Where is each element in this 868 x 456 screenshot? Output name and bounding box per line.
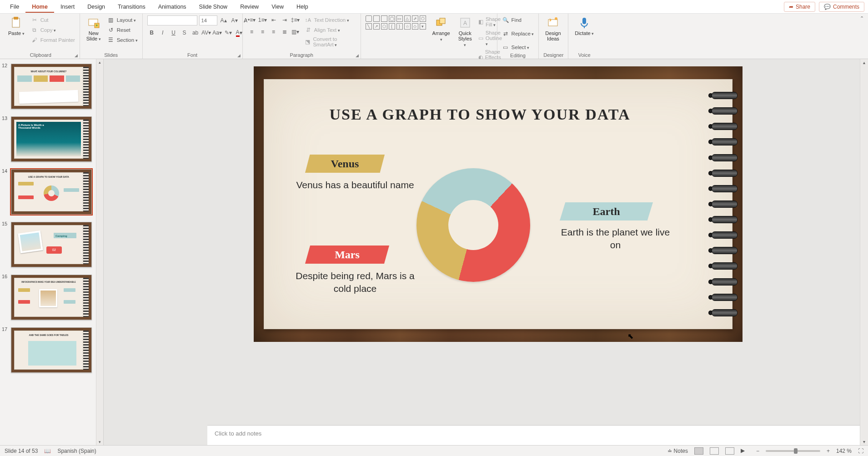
clipboard-dialog-launcher[interactable]: ◢ <box>75 53 78 58</box>
scroll-down-icon[interactable]: ▾ <box>99 440 101 444</box>
italic-button[interactable]: I <box>158 28 167 37</box>
char-spacing-button[interactable]: AV▾ <box>202 28 211 37</box>
editor-scrollbar[interactable]: ▴▾ <box>860 59 868 445</box>
tab-animations[interactable]: Animations <box>152 1 193 13</box>
group-label-clipboard: Clipboard◢ <box>6 51 75 58</box>
tab-view[interactable]: View <box>265 1 290 13</box>
font-family-select[interactable] <box>147 15 197 25</box>
view-reading-button[interactable] <box>725 447 734 455</box>
columns-button[interactable]: ▥▾ <box>291 27 300 36</box>
font-size-select[interactable] <box>199 15 217 25</box>
label-mars[interactable]: Mars <box>305 246 389 264</box>
section-button[interactable]: ☰Section <box>107 35 138 45</box>
text-direction-label: Text Direction <box>314 17 349 23</box>
dictate-button[interactable]: Dictate <box>573 15 596 37</box>
notes-placeholder[interactable]: Click to add notes <box>215 430 261 437</box>
view-slideshow-button[interactable]: ▶ <box>741 447 750 455</box>
align-justify-button[interactable]: ≣ <box>280 27 289 36</box>
reset-label: Reset <box>117 27 130 33</box>
cut-button[interactable]: ✂Cut <box>31 15 75 25</box>
desc-mars[interactable]: Despite being red, Mars is a cold place <box>289 270 421 296</box>
tab-slideshow[interactable]: Slide Show <box>193 1 234 13</box>
underline-button[interactable]: U <box>169 28 178 37</box>
tab-insert[interactable]: Insert <box>54 1 81 13</box>
tab-transitions[interactable]: Transitions <box>111 1 152 13</box>
view-sorter-button[interactable] <box>710 447 719 455</box>
copy-button[interactable]: ⧉Copy <box>31 25 75 35</box>
zoom-slider[interactable] <box>766 450 820 452</box>
reset-button[interactable]: ↺Reset <box>107 25 138 35</box>
slide-editor[interactable]: USE A GRAPH TO SHOW YOUR DATA Venus Venu… <box>104 59 868 445</box>
spellcheck-icon[interactable]: 📖 <box>44 448 51 454</box>
bullets-button[interactable]: •≡▾ <box>247 15 256 25</box>
align-text-button[interactable]: ⇵Align Text <box>305 25 356 35</box>
tab-file[interactable]: File <box>4 1 25 13</box>
layout-button[interactable]: ▥Layout <box>107 15 138 25</box>
slide-canvas[interactable]: USE A GRAPH TO SHOW YOUR DATA Venus Venu… <box>254 66 743 342</box>
font-color-button[interactable]: A▾ <box>235 28 244 37</box>
strike-button[interactable]: S <box>180 28 189 37</box>
zoom-out-button[interactable]: − <box>756 448 759 454</box>
align-center-button[interactable]: ≡ <box>258 27 267 36</box>
slide-thumbnail-14[interactable]: 14 USE A GRAPH TO SHOW YOUR DATA <box>0 165 95 217</box>
scroll-up-icon[interactable]: ▴ <box>99 60 101 65</box>
collapse-ribbon-button[interactable]: ⌃ <box>857 14 866 59</box>
desc-earth[interactable]: Earth is the planet we live on <box>555 226 676 252</box>
scroll-up-icon[interactable]: ▴ <box>863 60 865 65</box>
numbering-button[interactable]: 1≡▾ <box>258 15 267 25</box>
desc-venus[interactable]: Venus has a beautiful name <box>296 179 414 191</box>
grow-font-button[interactable]: A▴ <box>219 16 228 25</box>
paragraph-dialog-launcher[interactable]: ◢ <box>356 53 359 58</box>
slide-thumbnail-15[interactable]: 15 Camping02 <box>0 217 95 270</box>
font-dialog-launcher[interactable]: ◢ <box>237 53 241 58</box>
slide-thumbnail-17[interactable]: 17 AND THE SAME GOES FOR TABLES <box>0 323 95 376</box>
share-button[interactable]: ➦Share <box>784 2 815 12</box>
format-painter-button[interactable]: 🖌Format Painter <box>31 35 75 45</box>
comments-button[interactable]: 💬Comments <box>819 2 864 12</box>
design-ideas-button[interactable]: Design Ideas <box>543 15 562 42</box>
indent-dec-button[interactable]: ⇤ <box>269 15 278 25</box>
donut-chart[interactable] <box>416 168 530 282</box>
tab-help[interactable]: Help <box>290 1 315 13</box>
convert-smartart-button[interactable]: ⬔Convert to SmartArt <box>305 35 356 48</box>
slide-thumbnail-13[interactable]: 13 A Picture Is Worth aThousand Words <box>0 112 95 165</box>
align-right-button[interactable]: ≡ <box>269 27 278 36</box>
scroll-down-icon[interactable]: ▾ <box>863 439 865 444</box>
highlight-button[interactable]: ✎▾ <box>224 28 233 37</box>
select-button[interactable]: ▭Select <box>502 43 529 52</box>
arrange-button[interactable]: Arrange <box>431 15 452 43</box>
paste-button[interactable]: Paste <box>6 15 26 37</box>
find-button[interactable]: 🔍Find <box>502 15 522 25</box>
status-slide-number[interactable]: Slide 14 of 53 <box>5 448 38 454</box>
line-spacing-button[interactable]: ‡≡▾ <box>291 15 300 25</box>
indent-inc-button[interactable]: ⇥ <box>280 15 289 25</box>
replace-button[interactable]: ⇄Replace <box>502 29 534 38</box>
change-case-button[interactable]: Aa▾ <box>213 28 222 37</box>
tab-design[interactable]: Design <box>81 1 111 13</box>
align-left-button[interactable]: ≡ <box>247 27 256 36</box>
tab-home[interactable]: Home <box>25 1 54 13</box>
status-language[interactable]: Spanish (Spain) <box>57 448 96 454</box>
view-normal-button[interactable] <box>694 447 703 455</box>
text-direction-button[interactable]: ↕AText Direction <box>305 15 356 25</box>
shadow-button[interactable]: ab <box>191 28 200 37</box>
new-slide-button[interactable]: ✶ New Slide <box>85 15 103 43</box>
replace-label: Replace <box>512 31 534 36</box>
label-earth[interactable]: Earth <box>560 202 653 220</box>
brush-icon: 🖌 <box>31 36 38 44</box>
notes-toggle[interactable]: ≐ Notes <box>667 448 688 454</box>
label-venus[interactable]: Venus <box>305 155 385 173</box>
bold-button[interactable]: B <box>147 28 156 37</box>
zoom-level[interactable]: 142 % <box>836 448 852 454</box>
zoom-in-button[interactable]: + <box>827 448 830 454</box>
tab-review[interactable]: Review <box>234 1 265 13</box>
thumbnails-scrollbar[interactable]: ▴▾ <box>96 59 103 445</box>
slide-title[interactable]: USE A GRAPH TO SHOW YOUR DATA <box>264 106 696 123</box>
quick-styles-button[interactable]: A Quick Styles <box>457 15 474 49</box>
notes-pane[interactable]: Click to add notes <box>207 425 868 445</box>
slide-thumbnail-12[interactable]: 12 WHAT ABOUT FOUR COLUMNS? <box>0 59 95 112</box>
fit-to-window-button[interactable]: ⛶ <box>858 448 863 454</box>
slide-thumbnail-16[interactable]: 16 INFOGRAPHICS MAKE YOUR IDEA UNDERSTAN… <box>0 270 95 323</box>
shapes-gallery[interactable]: ◯▭△⇗⬠ ╲↗⬡{}☆◇▾ <box>366 15 426 30</box>
shrink-font-button[interactable]: A▾ <box>230 16 239 25</box>
